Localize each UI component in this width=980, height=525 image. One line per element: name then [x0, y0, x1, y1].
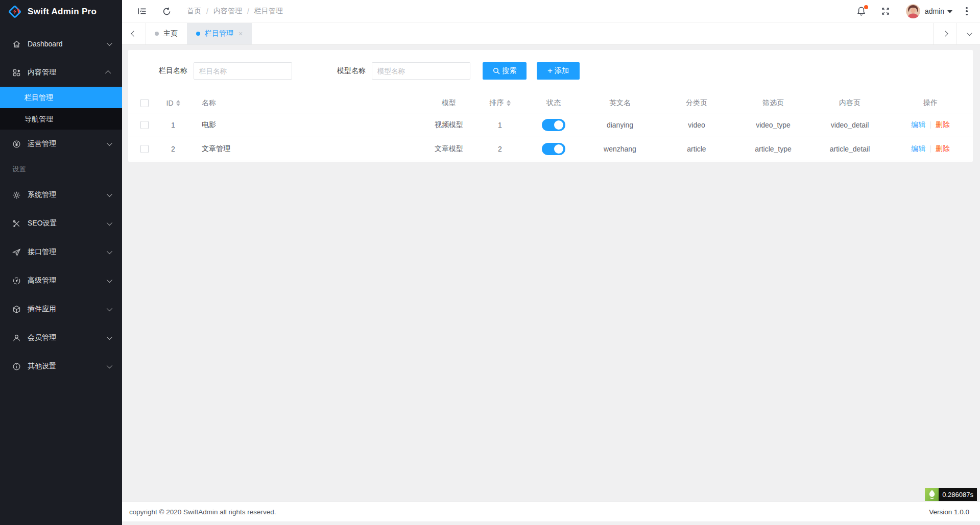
- sidebar-item-api-mgmt[interactable]: 接口管理: [0, 238, 122, 266]
- swift-admin-logo-icon: [7, 4, 22, 19]
- chevron-down-icon: [107, 40, 112, 46]
- select-all-checkbox[interactable]: [140, 99, 149, 107]
- search-button[interactable]: 搜索: [483, 62, 527, 80]
- notifications-button[interactable]: [856, 6, 866, 16]
- avatar[interactable]: [906, 4, 920, 18]
- app-window: Swift Admin Pro Dashboard: [0, 0, 980, 525]
- paper-plane-icon: [12, 248, 21, 257]
- footer: copyright © 2020 SwiftAdmin all rights r…: [122, 502, 980, 521]
- sidebar-item-operation-mgmt[interactable]: 运营管理: [0, 130, 122, 158]
- tab-label: 栏目管理: [205, 29, 233, 38]
- add-button-label: 添加: [555, 66, 569, 76]
- sidebar-section-settings: 设置: [0, 158, 122, 181]
- more-menu-icon[interactable]: [962, 7, 972, 16]
- col-header-en-name: 英文名: [582, 93, 658, 113]
- col-header-content-page: 内容页: [811, 93, 888, 113]
- chevron-down-icon: [107, 334, 112, 340]
- sidebar-item-system-mgmt[interactable]: 系统管理: [0, 181, 122, 209]
- content-mgmt-submenu: 栏目管理 导航管理: [0, 87, 122, 130]
- home-icon: [12, 40, 21, 48]
- cell-id: 1: [153, 113, 194, 137]
- row-checkbox[interactable]: [140, 145, 149, 153]
- topbar: 首页 / 内容管理 / 栏目管理: [122, 0, 980, 23]
- delete-link[interactable]: 删除: [936, 120, 950, 129]
- chevron-down-icon: [107, 220, 112, 226]
- sort-order-icon[interactable]: [507, 100, 511, 106]
- tools-icon: [12, 219, 21, 228]
- sidebar-item-seo-settings[interactable]: SEO设置: [0, 209, 122, 238]
- tab-close-icon[interactable]: ×: [238, 30, 243, 38]
- components-icon: [12, 68, 21, 77]
- sidebar-item-plugins[interactable]: 插件应用: [0, 295, 122, 323]
- col-header-name: 名称: [194, 93, 423, 113]
- table-row: 1 电影 视频模型 1 dianying video video_type vi…: [128, 113, 973, 137]
- breadcrumb-content-mgmt[interactable]: 内容管理: [213, 7, 242, 16]
- refresh-icon[interactable]: [161, 6, 172, 16]
- sidebar-item-label: 运营管理: [28, 139, 107, 148]
- table-header-row: ID 名称 模型 排序 状态 英文名 分类页 筛选页 内容页 操作: [128, 93, 973, 113]
- cell-en-name: wenzhang: [582, 137, 658, 161]
- model-name-input[interactable]: [372, 62, 470, 80]
- content-area: 栏目名称 模型名称 搜索 + 添加: [122, 45, 980, 502]
- cell-sort: 2: [474, 137, 525, 161]
- chevron-down-icon: [107, 191, 112, 197]
- col-header-category-page: 分类页: [658, 93, 735, 113]
- add-button[interactable]: + 添加: [537, 62, 580, 80]
- sidebar-item-label: Dashboard: [28, 40, 107, 48]
- sidebar-item-content-mgmt[interactable]: 内容管理: [0, 58, 122, 87]
- yen-icon: [12, 140, 21, 148]
- filter-label-column-name: 栏目名称: [159, 66, 187, 76]
- breadcrumb-home[interactable]: 首页: [187, 7, 201, 16]
- sidebar-nav: Dashboard 内容管理 栏目管理 导航管理: [0, 23, 122, 381]
- filter-label-model-name: 模型名称: [337, 66, 366, 76]
- col-header-sort: 排序: [490, 98, 504, 108]
- chevron-down-icon: [107, 277, 112, 283]
- fullscreen-icon[interactable]: [880, 6, 891, 16]
- sidebar-item-column-mgmt[interactable]: 栏目管理: [0, 87, 122, 108]
- column-list-card: 栏目名称 模型名称 搜索 + 添加: [128, 50, 973, 162]
- tabs-menu-button[interactable]: [957, 23, 980, 44]
- caret-down-icon: [947, 10, 952, 13]
- sort-id-icon[interactable]: [176, 100, 180, 106]
- status-toggle[interactable]: [542, 119, 565, 131]
- sidebar-item-other-settings[interactable]: 其他设置: [0, 352, 122, 381]
- cell-en-name: dianying: [582, 113, 658, 137]
- tab-column-mgmt[interactable]: 栏目管理 ×: [187, 23, 252, 44]
- sidebar-fold-icon[interactable]: [137, 6, 147, 16]
- notification-badge: [864, 5, 868, 9]
- column-name-input[interactable]: [194, 62, 292, 80]
- delete-link[interactable]: 删除: [936, 144, 950, 153]
- breadcrumb: 首页 / 内容管理 / 栏目管理: [187, 7, 288, 16]
- cell-sort: 1: [474, 113, 525, 137]
- sidebar-item-advanced-mgmt[interactable]: 高级管理: [0, 266, 122, 295]
- search-icon: [493, 67, 500, 74]
- col-header-actions: 操作: [888, 93, 973, 113]
- edit-link[interactable]: 编辑: [911, 120, 925, 129]
- cell-filter-page: video_type: [735, 113, 811, 137]
- copyright-text: copyright © 2020 SwiftAdmin all rights r…: [129, 508, 276, 516]
- sidebar-item-label: 系统管理: [28, 190, 107, 199]
- tab-dot: [155, 32, 159, 36]
- compass-icon: [12, 277, 21, 285]
- sidebar-item-dashboard[interactable]: Dashboard: [0, 30, 122, 58]
- cell-content-page: article_detail: [811, 137, 888, 161]
- perf-badge: 0.286087s: [925, 488, 977, 501]
- tab-home[interactable]: 主页: [146, 23, 187, 44]
- columns-table: ID 名称 模型 排序 状态 英文名 分类页 筛选页 内容页 操作: [128, 93, 973, 161]
- user-menu[interactable]: admin: [925, 7, 944, 15]
- col-header-filter-page: 筛选页: [735, 93, 811, 113]
- row-checkbox[interactable]: [140, 121, 149, 129]
- tab-bar: 主页 栏目管理 ×: [122, 23, 980, 45]
- sidebar-item-label: 插件应用: [28, 305, 107, 314]
- gear-icon: [12, 191, 21, 199]
- app-logo: Swift Admin Pro: [0, 0, 122, 23]
- edit-link[interactable]: 编辑: [911, 144, 925, 153]
- sidebar-item-nav-mgmt[interactable]: 导航管理: [0, 108, 122, 130]
- status-toggle[interactable]: [542, 143, 565, 155]
- breadcrumb-column-mgmt[interactable]: 栏目管理: [254, 7, 283, 16]
- app-title: Swift Admin Pro: [28, 7, 97, 17]
- tabs-scroll-left-button[interactable]: [122, 23, 146, 44]
- tabs-scroll-right-button[interactable]: [933, 23, 957, 44]
- col-header-id: ID: [166, 99, 174, 107]
- sidebar-item-member-mgmt[interactable]: 会员管理: [0, 323, 122, 352]
